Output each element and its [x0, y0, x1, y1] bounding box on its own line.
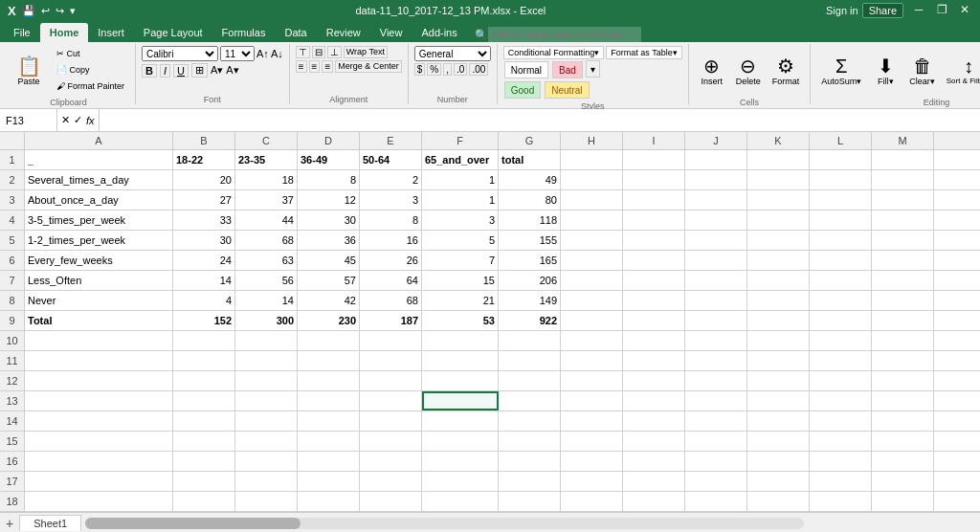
format-button[interactable]: ⚙ Format: [768, 46, 805, 96]
cell-15-G[interactable]: [499, 432, 561, 451]
search-input[interactable]: [488, 27, 641, 42]
cell-4-B[interactable]: 33: [173, 211, 235, 230]
cell-6-I[interactable]: [623, 251, 685, 270]
currency-button[interactable]: $: [414, 63, 426, 76]
cell-12-E[interactable]: [360, 371, 422, 390]
comma-button[interactable]: ,: [443, 63, 452, 76]
cell-14-K[interactable]: [747, 411, 810, 431]
cell-17-C[interactable]: [235, 472, 298, 491]
cell-2-K[interactable]: [747, 170, 810, 189]
cell-18-G[interactable]: [499, 492, 561, 511]
format-painter-button[interactable]: 🖌 Format Painter: [52, 78, 129, 94]
tab-formulas[interactable]: Formulas: [212, 23, 276, 42]
tab-addins[interactable]: Add-ins: [412, 23, 466, 42]
tab-insert[interactable]: Insert: [88, 23, 134, 42]
cell-14-J[interactable]: [685, 411, 747, 431]
styles-dropdown[interactable]: ▾: [586, 60, 600, 78]
cell-11-C[interactable]: [235, 351, 298, 370]
cell-4-G[interactable]: 118: [499, 211, 561, 230]
cell-6-K[interactable]: [747, 251, 810, 270]
sort-filter-button[interactable]: ↕ Sort & Filter▾: [942, 46, 980, 96]
cell-12-D[interactable]: [298, 371, 360, 390]
cell-18-H[interactable]: [561, 492, 623, 511]
cell-16-F[interactable]: [422, 452, 499, 471]
col-header-m[interactable]: M: [872, 132, 934, 149]
clear-button[interactable]: 🗑 Clear▾: [904, 46, 940, 96]
cell-10-B[interactable]: [173, 331, 235, 350]
cell-3-G[interactable]: 80: [499, 190, 561, 210]
cell-3-M[interactable]: [872, 190, 934, 210]
quick-save[interactable]: 💾: [22, 5, 35, 17]
cell-16-L[interactable]: [810, 452, 872, 471]
cell-15-F[interactable]: [422, 432, 499, 451]
col-header-e[interactable]: E: [360, 132, 422, 149]
cell-4-F[interactable]: 3: [422, 211, 499, 230]
cell-12-L[interactable]: [810, 371, 872, 390]
row-header-15[interactable]: 15: [0, 432, 25, 451]
cell-17-L[interactable]: [810, 472, 872, 491]
cell-10-A[interactable]: [25, 331, 173, 350]
cell-11-G[interactable]: [499, 351, 561, 370]
cell-5-J[interactable]: [685, 231, 747, 250]
cell-13-L[interactable]: [810, 391, 872, 410]
row-header-11[interactable]: 11: [0, 351, 25, 370]
cell-2-H[interactable]: [561, 170, 623, 189]
cell-7-C[interactable]: 56: [235, 271, 298, 290]
cell-14-E[interactable]: [360, 411, 422, 431]
cell-15-D[interactable]: [298, 432, 360, 451]
cell-11-M[interactable]: [872, 351, 934, 370]
cell-7-J[interactable]: [685, 271, 747, 290]
cell-5-H[interactable]: [561, 231, 623, 250]
cell-11-H[interactable]: [561, 351, 623, 370]
cell-4-I[interactable]: [623, 211, 685, 230]
delete-button[interactable]: ⊖ Delete: [731, 46, 766, 96]
cell-12-I[interactable]: [623, 371, 685, 390]
cell-17-A[interactable]: [25, 472, 173, 491]
cell-17-H[interactable]: [561, 472, 623, 491]
tab-review[interactable]: Review: [317, 23, 370, 42]
decrease-decimal-button[interactable]: .00: [469, 63, 488, 76]
cell-5-L[interactable]: [810, 231, 872, 250]
underline-button[interactable]: U: [173, 64, 189, 78]
cell-5-G[interactable]: 155: [499, 231, 561, 250]
cell-18-F[interactable]: [422, 492, 499, 511]
cell-8-B[interactable]: 4: [173, 291, 235, 310]
cell-10-G[interactable]: [499, 331, 561, 350]
cell-10-H[interactable]: [561, 331, 623, 350]
cell-16-E[interactable]: [360, 452, 422, 471]
cell-4-A[interactable]: 3-5_times_per_week: [25, 211, 173, 230]
cell-1-G[interactable]: total: [499, 150, 561, 169]
cell-11-J[interactable]: [685, 351, 747, 370]
cell-8-I[interactable]: [623, 291, 685, 310]
cell-11-I[interactable]: [623, 351, 685, 370]
cell-16-B[interactable]: [173, 452, 235, 471]
cell-5-K[interactable]: [747, 231, 810, 250]
tab-file[interactable]: File: [4, 23, 40, 42]
align-top-button[interactable]: ⊤: [296, 46, 310, 58]
cell-6-H[interactable]: [561, 251, 623, 270]
cell-15-M[interactable]: [872, 432, 934, 451]
cell-2-M[interactable]: [872, 170, 934, 189]
cell-17-F[interactable]: [422, 472, 499, 491]
cell-7-K[interactable]: [747, 271, 810, 290]
row-header-8[interactable]: 8: [0, 291, 25, 310]
cell-2-G[interactable]: 49: [499, 170, 561, 189]
cell-15-A[interactable]: [25, 432, 173, 451]
cell-8-C[interactable]: 14: [235, 291, 298, 310]
cell-18-D[interactable]: [298, 492, 360, 511]
cell-7-E[interactable]: 64: [360, 271, 422, 290]
cell-3-E[interactable]: 3: [360, 190, 422, 210]
cell-17-J[interactable]: [685, 472, 747, 491]
col-header-i[interactable]: I: [623, 132, 685, 149]
cell-1-M[interactable]: [872, 150, 934, 169]
increase-font-button[interactable]: A↑: [256, 48, 269, 59]
cell-12-B[interactable]: [173, 371, 235, 390]
cell-13-B[interactable]: [173, 391, 235, 410]
cell-13-F[interactable]: [422, 391, 499, 410]
cell-2-L[interactable]: [810, 170, 872, 189]
cell-5-B[interactable]: 30: [173, 231, 235, 250]
font-color-button[interactable]: A▾: [226, 64, 238, 77]
cell-13-C[interactable]: [235, 391, 298, 410]
cell-8-J[interactable]: [685, 291, 747, 310]
cell-16-C[interactable]: [235, 452, 298, 471]
